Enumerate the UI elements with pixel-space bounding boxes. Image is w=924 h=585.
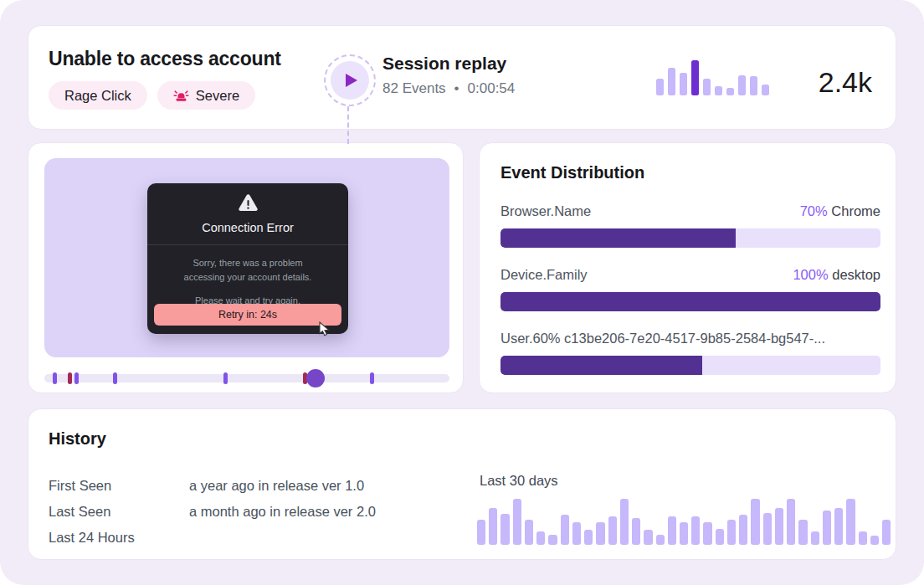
chart-bar [477,520,485,545]
distribution-row-device: Device.Family 100% desktop [501,267,880,311]
history-row-label: First Seen [49,478,189,494]
connection-error-dialog: Connection Error Sorry, there was a prob… [147,183,348,334]
distribution-bar-fill [501,228,736,248]
chart-bar [727,520,736,545]
chart-bar [584,530,593,545]
event-total-count: 2.4k [819,66,872,99]
severe-badge-label: Severe [196,88,239,104]
history-row-value: a month ago in release ver 2.0 [189,504,376,520]
chart-bar [548,535,557,545]
replay-duration: 0:00:54 [468,80,516,97]
chart-bar [596,522,604,546]
distribution-row-browser: Browser.Name 70% Chrome [501,203,880,248]
history-card: History First Seen a year ago in release… [28,408,896,560]
play-icon [342,73,358,88]
chart-bar [787,499,795,545]
session-replay-meta: 82 Events • 0:00:54 [382,80,515,97]
distribution-bar-fill [501,356,702,375]
chart-bar [798,520,807,545]
warning-icon [238,193,259,212]
chart-bar [536,531,545,546]
replay-connector-line [347,106,349,144]
chart-bar [762,85,769,95]
history-row-label: Last Seen [49,504,189,520]
chart-bar [644,530,652,545]
rage-click-badge[interactable]: Rage Click [49,81,147,110]
session-replay-title: Session replay [382,54,515,74]
chart-bar [501,514,509,545]
last-30-days-chart [477,499,891,545]
chart-bar [716,529,724,545]
chart-bar [763,513,772,546]
chart-bar [739,515,747,545]
event-distribution-card: Event Distribution Browser.Name 70% Chro… [479,142,896,393]
chart-bar [738,75,746,95]
chart-bar [751,499,759,545]
history-row-first-seen: First Seen a year ago in release ver 1.0 [49,473,376,499]
replay-viewport: Connection Error Sorry, there was a prob… [44,158,449,357]
history-row-last-seen: Last Seen a month ago in release ver 2.0 [49,499,376,525]
distribution-bar-fill [501,292,880,311]
chart-bar [680,73,687,95]
severe-badge[interactable]: Severe [157,81,255,110]
chart-bar [882,520,891,545]
play-replay-button[interactable] [331,61,369,100]
timeline-event-marker[interactable] [68,372,72,384]
distribution-label: User.60% c13be206-7e20-4517-9b85-2584-bg… [501,331,825,346]
chart-bar [726,88,734,95]
badge-row: Rage Click Severe [49,81,255,110]
rage-click-badge-label: Rage Click [64,88,131,104]
chart-bar [668,68,675,95]
chart-bar [811,531,819,546]
timeline-event-marker[interactable] [370,372,374,384]
dialog-title: Connection Error [147,221,348,234]
distribution-label: Browser.Name [501,203,591,219]
distribution-bar-track [501,356,880,375]
distribution-value: Chrome [831,203,880,218]
chart-bar [703,79,711,95]
chart-bar [668,516,676,545]
chart-bar [715,86,722,95]
events-count: 82 Events [382,80,446,97]
distribution-bar-track [501,228,880,248]
issue-summary-card: Unable to access account Rage Click [28,25,896,130]
session-replay-info[interactable]: Session replay 82 Events • 0:00:54 [382,54,515,97]
chart-bar [632,518,640,545]
chart-bar [620,499,629,545]
history-title: History [49,429,106,449]
timeline-playhead[interactable] [306,369,325,387]
replay-card: Connection Error Sorry, there was a prob… [28,142,464,393]
history-row-value: a year ago in release ver 1.0 [189,478,364,494]
chart-bar [656,535,665,545]
chart-bar [525,520,533,545]
chart-bar [691,516,700,545]
timeline-event-marker[interactable] [74,372,79,384]
issue-detail-page: Unable to access account Rage Click [0,0,924,585]
event-distribution-title: Event Distribution [501,163,644,182]
distribution-row-user: User.60% c13be206-7e20-4517-9b85-2584-bg… [501,331,880,375]
bullet-separator: • [454,80,459,97]
timeline-event-marker[interactable] [223,372,228,384]
retry-button[interactable]: Retry in: 24s [154,304,341,326]
chart-bar [561,515,569,545]
history-row-label: Last 24 Hours [49,530,189,546]
issue-title: Unable to access account [49,48,281,70]
distribution-percent: 100% [793,267,828,282]
chart-bar [656,79,664,95]
distribution-percent: 70% [800,203,828,218]
siren-icon [173,89,189,103]
history-row-last-24-hours: Last 24 Hours [49,525,376,551]
timeline-event-marker[interactable] [113,372,117,384]
chart-bar [608,516,617,545]
chart-bar [691,60,699,95]
chart-bar [823,511,831,545]
history-table: First Seen a year ago in release ver 1.0… [49,473,376,551]
chart-bar [703,522,711,546]
chart-bar [870,536,879,545]
dialog-divider [147,244,348,245]
timeline-event-marker[interactable] [53,372,57,384]
chart-bar [680,522,688,546]
dialog-message-line1: Sorry, there was a problem [147,256,348,270]
distribution-value: desktop [832,267,880,282]
replay-timeline-scrubber[interactable] [44,374,449,382]
